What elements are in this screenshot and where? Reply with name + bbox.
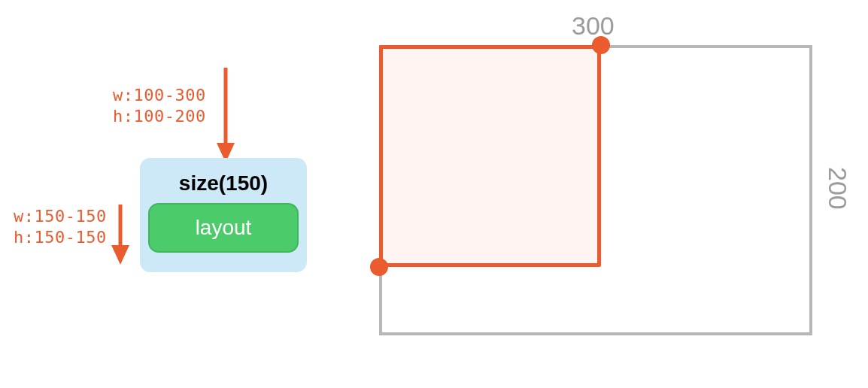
outgoing-h: h:150-150 [14, 228, 107, 247]
size-modifier-node: size(150) layout [140, 158, 307, 272]
outgoing-arrow-icon [105, 205, 135, 268]
child-layout-node: layout [148, 203, 299, 253]
incoming-arrow-icon [211, 68, 241, 165]
incoming-constraint-label: w:100-300 h:100-200 [113, 85, 206, 126]
incoming-w: w:100-300 [113, 86, 206, 105]
max-width-label: 300 [572, 11, 615, 41]
incoming-h: h:100-200 [113, 107, 206, 126]
node-title: size(150) [179, 164, 268, 203]
outgoing-w: w:150-150 [14, 207, 107, 226]
result-size-box [379, 45, 601, 267]
child-layout-label: layout [196, 216, 252, 240]
outgoing-constraint-label: w:150-150 h:150-150 [14, 206, 107, 247]
max-height-label: 200 [823, 167, 852, 210]
constraint-dot-bottom [370, 258, 388, 276]
svg-marker-3 [111, 245, 129, 265]
